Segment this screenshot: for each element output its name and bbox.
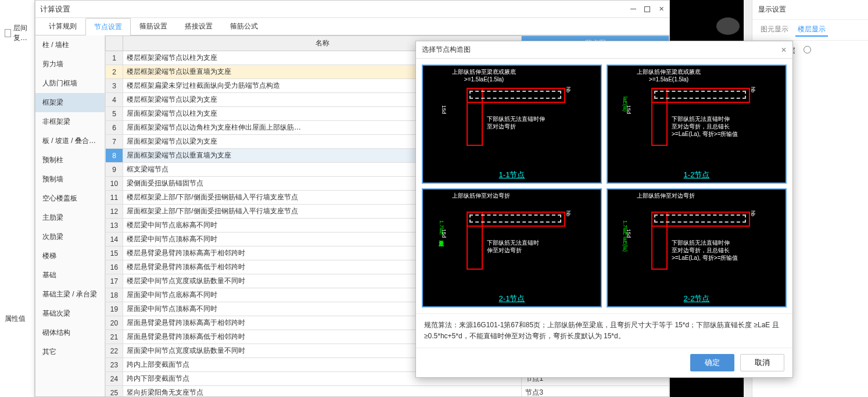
sidebar-item-9[interactable]: 主肋梁	[35, 208, 105, 227]
diagram-option-1[interactable]: 上部纵筋伸至梁底或腋底>=1.5laE(1.5la)hb15dlaE(la)下部…	[607, 65, 787, 184]
sidebar-item-10[interactable]: 次肋梁	[35, 227, 105, 246]
maximize-button[interactable]	[644, 6, 651, 13]
sidebar-item-14[interactable]: 基础次梁	[35, 304, 105, 323]
sidebar-item-12[interactable]: 基础	[35, 266, 105, 285]
popup-title: 选择节点构造图	[422, 45, 471, 55]
title-bar: 计算设置	[35, 1, 669, 18]
col-num[interactable]	[106, 36, 123, 51]
tab-0[interactable]: 计算规则	[40, 17, 85, 35]
tab-3[interactable]: 搭接设置	[176, 17, 221, 35]
right-header: 显示设置	[752, 0, 868, 20]
diagram-option-2[interactable]: 上部纵筋伸至对边弯折hb15d1.7laE 且至梁底下部纵筋无法直锚时伸至对边弯…	[422, 188, 602, 307]
window-title: 计算设置	[40, 4, 70, 15]
minimize-button[interactable]	[630, 6, 637, 13]
tab-1[interactable]: 节点设置	[85, 18, 131, 35]
sidebar-item-8[interactable]: 空心楼盖板	[35, 189, 105, 208]
tab-4[interactable]: 箍筋公式	[221, 17, 267, 35]
cancel-button[interactable]: 取消	[740, 354, 784, 371]
sidebar-item-16[interactable]: 其它	[35, 342, 105, 362]
right-tab-0[interactable]: 图元显示	[758, 23, 791, 37]
close-button[interactable]	[658, 6, 665, 13]
sidebar-item-13[interactable]: 基础主梁 / 承台梁	[35, 285, 105, 304]
sidebar-item-15[interactable]: 砌体结构	[35, 323, 105, 342]
sidebar-item-4[interactable]: 非框架梁	[35, 112, 105, 131]
attribute-label: 属性值	[5, 314, 26, 324]
tab-2[interactable]: 箍筋设置	[131, 17, 176, 35]
radio-other[interactable]	[804, 46, 811, 55]
sidebar-item-3[interactable]: 框架梁	[35, 93, 105, 112]
sidebar-item-11[interactable]: 楼梯	[35, 246, 105, 266]
sidebar-item-7[interactable]: 预制墙	[35, 170, 105, 189]
sidebar-item-6[interactable]: 预制柱	[35, 151, 105, 170]
popup-close-icon[interactable]	[781, 46, 787, 54]
popup-description: 规范算法：来源16G101-1第67和85页；上部纵筋伸至梁底，且弯折尺寸大于等…	[416, 313, 792, 348]
sidebar-item-0[interactable]: 柱 / 墙柱	[35, 35, 105, 55]
ok-button[interactable]: 确定	[690, 354, 734, 371]
sidebar-item-2[interactable]: 人防门框墙	[35, 74, 105, 93]
diagram-option-0[interactable]: 上部纵筋伸至梁底或腋底>=1.5laE(1.5la)hb15d下部纵筋无法直锚时…	[422, 65, 602, 184]
table-row[interactable]: 25竖向折梁阳角无支座节点节点3	[106, 386, 669, 397]
sidebar-item-1[interactable]: 剪力墙	[35, 55, 105, 74]
right-tab-1[interactable]: 楼层显示	[795, 23, 828, 37]
copy-icon	[5, 29, 11, 37]
bg-toolbar-label: 层间复…	[13, 23, 34, 43]
sidebar-item-5[interactable]: 板 / 坡道 / 叠合…	[35, 131, 105, 151]
diagram-option-3[interactable]: 上部纵筋伸至对边弯折hb15d1.7laE laE(la)下部纵筋无法直锚时伸至…	[607, 188, 787, 307]
diagram-popup: 选择节点构造图 上部纵筋伸至梁底或腋底>=1.5laE(1.5la)hb15d下…	[415, 41, 793, 378]
